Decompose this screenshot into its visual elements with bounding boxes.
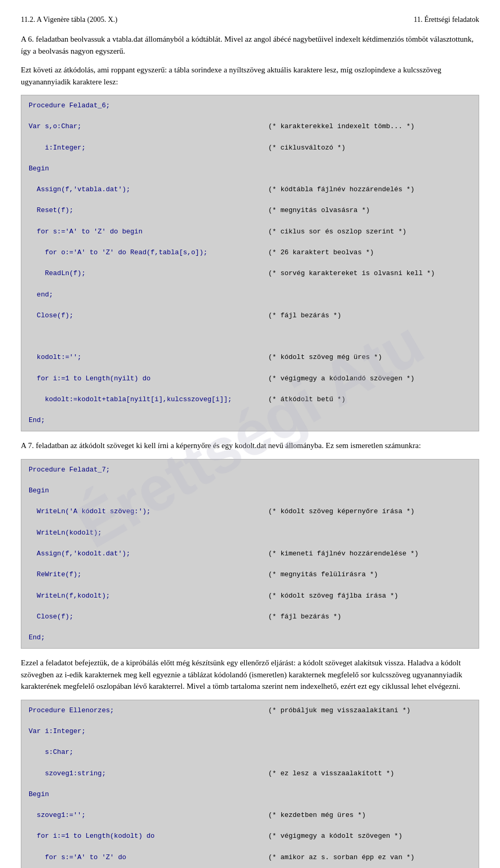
code-block-1: Procedure Feladat_6; Var s,o:Char; (* ka… [21,95,479,431]
paragraph-2: Ezt követi az átkódolás, ami roppant egy… [21,64,479,88]
code-line-main: WriteLn('A kódolt szöveg:'); [29,506,268,517]
code-line-main: kodolt:=kodolt+tabla[nyilt[i],kulcsszove… [29,394,268,405]
code-line-main: Procedure Feladat_6; [29,101,268,111]
code-line-comment: (* megnyitás felülírásra *) [268,569,378,580]
paragraph-3-text: A 7. feladatban az átkódolt szöveget ki … [21,441,421,450]
code-line-comment: (* karakterekkel indexelt tömb... *) [268,121,415,132]
code-line-comment: (* ciklus sor és oszlop szerint *) [268,227,406,237]
code-line-main: Reset(f); [29,205,268,216]
code-line-main: Begin [29,164,268,174]
code-line-main: End; [29,415,268,426]
code-line-main: szoveg1:=''; [29,810,268,821]
code-line-comment: (* kódolt szöveg fájlba írása *) [268,591,398,601]
code-line-comment: (* amikor az s. sorban épp ez van *) [268,852,415,863]
paragraph-3: A 7. feladatban az átkódolt szöveget ki … [21,440,479,452]
code-line-main: Close(f); [29,311,268,321]
code-line-main: Assign(f,'vtabla.dat'); [29,184,268,195]
code-line-comment: (* fájl bezárás *) [268,311,341,321]
code-line-comment: (* sorvég karaktereket is olvasni kell *… [268,268,435,279]
code-line-comment: (* kezdetben még üres *) [268,810,366,821]
code-line-main: end; [29,290,268,300]
code-line-main: szoveg1:string; [29,768,268,779]
code-line-main: Procedure Ellenorzes; [29,705,268,716]
code-line-main: Assign(f,'kodolt.dat'); [29,549,268,559]
code-line-comment: (* 26 karaktert beolvas *) [268,247,374,258]
paragraph-1: A 6. feladatban beolvassuk a vtabla.dat … [21,33,479,57]
code-line-comment: (* fájl bezárás *) [268,612,341,622]
page-header: 11.2. A Vigenère tábla (2005. X.) 11. Ér… [21,16,479,24]
code-line-main: kodolt:=''; [29,352,268,363]
code-line-comment: (* végigmegy a kódolandó szövegen *) [268,374,415,384]
header-right: 11. Érettségi feladatok [414,16,479,24]
code-line-comment: (* ez lesz a visszaalakított *) [268,768,394,779]
code-line-comment: (* kódolt szöveg még üres *) [268,352,382,363]
code-line-main: Var s,o:Char; [29,121,268,132]
code-line-main: WriteLn(f,kodolt); [29,591,268,601]
code-line-main: Var i:Integer; [29,726,268,737]
code-line-main: for i:=1 to Length(kodolt) do [29,831,268,841]
code-line-main: for s:='A' to 'Z' do [29,852,268,863]
header-left: 11.2. A Vigenère tábla (2005. X.) [21,16,117,24]
code-line-comment: (* kódolt szöveg képernyőre írása *) [268,506,415,517]
code-block-2: Procedure Feladat_7; Begin WriteLn('A kó… [21,459,479,649]
code-line-comment: (* kimeneti fájlnév hozzárendelése *) [268,549,419,559]
code-line-main: ReWrite(f); [29,569,268,580]
code-line-main: for s:='A' to 'Z' do begin [29,227,268,237]
code-line-main: Begin [29,486,268,496]
code-line-comment: (* ciklusváltozó *) [268,143,345,153]
code-line-main: for i:=1 to Length(nyilt) do [29,374,268,384]
code-line-main: End; [29,633,268,643]
code-line-main: Close(f); [29,612,268,622]
code-block-3: Procedure Ellenorzes; (* próbáljuk meg v… [21,700,479,868]
code-line-comment: (* próbáljuk meg visszaalakítani *) [268,705,410,716]
code-line-comment: (* átkódolt betű *) [268,394,345,405]
code-line-main: s:Char; [29,747,268,758]
code-line-main: Begin [29,789,268,800]
code-line-comment: (* megnyitás olvasásra *) [268,205,370,216]
code-line-main: ReadLn(f); [29,268,268,279]
code-line-main: WriteLn(kodolt); [29,528,268,538]
code-line-main: i:Integer; [29,143,268,153]
code-line-comment: (* végigmegy a kódolt szövegen *) [268,831,402,841]
code-line-main: Procedure Feladat_7; [29,465,268,475]
code-line-comment: (* kódtábla fájlnév hozzárendelés *) [268,184,415,195]
paragraph-4: Ezzel a feladatot befejeztük, de a kipró… [21,657,479,692]
code-line-main: for o:='A' to 'Z' do Read(f,tabla[s,o]); [29,247,268,258]
